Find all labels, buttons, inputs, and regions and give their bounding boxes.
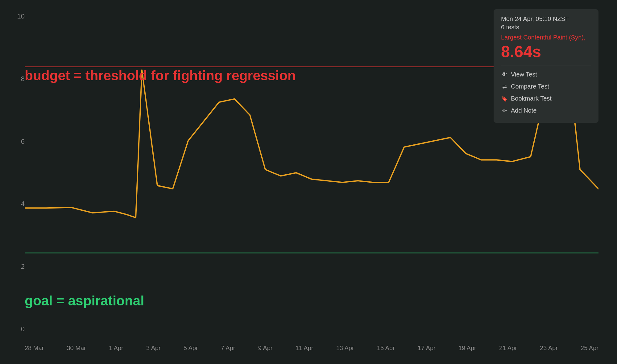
view-test-label: View Test (511, 71, 537, 78)
x-label-5apr: 5 Apr (184, 345, 198, 352)
add-note-label: Add Note (511, 107, 536, 114)
budget-label: budget = threshold for fighting regressi… (25, 68, 296, 83)
tooltip-tests: 6 tests (501, 24, 591, 31)
x-label-23apr: 23 Apr (540, 345, 558, 352)
x-label-17apr: 17 Apr (418, 345, 436, 352)
x-label-21apr: 21 Apr (499, 345, 517, 352)
x-label-28mar: 28 Mar (25, 345, 44, 352)
goal-label: goal = aspirational (25, 293, 144, 308)
x-label-30mar: 30 Mar (67, 345, 86, 352)
bookmark-test-action[interactable]: 🔖 Bookmark Test (501, 93, 591, 105)
y-label-2: 2 (21, 263, 25, 271)
y-label-6: 6 (21, 138, 25, 146)
x-label-25apr: 25 Apr (581, 345, 598, 352)
y-label-4: 4 (21, 200, 25, 208)
tooltip-date: Mon 24 Apr, 05:10 NZST (501, 15, 591, 23)
compare-test-label: Compare Test (511, 83, 549, 90)
compare-test-action[interactable]: ⇌ Compare Test (501, 81, 591, 93)
add-note-action[interactable]: ✏ Add Note (501, 105, 591, 117)
x-label-7apr: 7 Apr (221, 345, 235, 352)
chart-container: 0 2 4 6 8 10 budget = threshold for figh… (0, 0, 617, 364)
x-label-15apr: 15 Apr (377, 345, 395, 352)
x-label-1apr: 1 Apr (109, 345, 123, 352)
tooltip-metric: Largest Contentful Paint (Syn), (501, 34, 591, 41)
bookmark-icon: 🔖 (501, 95, 508, 102)
y-label-0: 0 (21, 325, 25, 333)
x-label-9apr: 9 Apr (258, 345, 273, 352)
bookmark-test-label: Bookmark Test (511, 95, 552, 102)
tooltip-divider (501, 65, 591, 65)
y-label-10: 10 (17, 12, 25, 20)
compare-icon: ⇌ (501, 83, 508, 90)
eye-icon: 👁 (501, 71, 508, 78)
y-axis: 0 2 4 6 8 10 (12, 12, 25, 333)
x-axis: 28 Mar 30 Mar 1 Apr 3 Apr 5 Apr 7 Apr 9 … (25, 345, 598, 352)
x-label-3apr: 3 Apr (146, 345, 161, 352)
view-test-action[interactable]: 👁 View Test (501, 68, 591, 81)
x-label-13apr: 13 Apr (336, 345, 354, 352)
pencil-icon: ✏ (501, 107, 508, 114)
tooltip-value: 8.64s (501, 42, 591, 61)
y-label-8: 8 (21, 75, 25, 83)
tooltip: Mon 24 Apr, 05:10 NZST 6 tests Largest C… (494, 9, 598, 123)
x-label-11apr: 11 Apr (296, 345, 313, 352)
x-label-19apr: 19 Apr (458, 345, 476, 352)
